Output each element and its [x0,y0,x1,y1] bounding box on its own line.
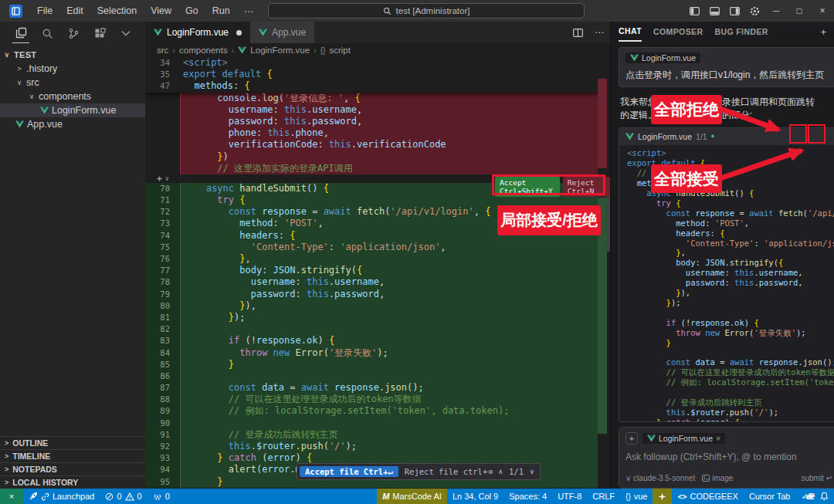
accept-file-button[interactable]: Accept file Ctrl+↵ [300,466,398,477]
new-chat-icon[interactable]: + [817,26,831,38]
language-mode-status[interactable]: {} vue [620,489,653,504]
codegeex-icon: <> [677,492,687,501]
ports-status-item[interactable]: 0 [147,489,175,504]
layout-panel-icon[interactable] [704,0,724,22]
layout-sidebar-left-icon[interactable] [684,0,704,22]
tree-item-loginform-vue[interactable]: LoginForm.vue [0,103,145,117]
tab-app-vue[interactable]: App.vue [250,22,315,43]
chat-code-line: method: 'POST', [627,218,834,228]
remove-chip-icon[interactable]: × [716,434,720,443]
breadcrumb-src[interactable]: src [157,46,168,55]
menu-view[interactable]: View [144,5,178,17]
braces-icon: {} [320,46,326,55]
added-code-line: 79 password: this.password, [145,289,610,300]
search-text: test [Administrator] [396,6,470,15]
accept-diff-button[interactable]: Accept Ctrl+Shift+Y [495,177,560,197]
tab-loginform-vue[interactable]: LoginForm.vue [145,22,250,43]
chat-code-line [627,387,834,397]
deleted-code-line: }) [145,151,610,163]
window-maximize-button[interactable]: □ [788,0,811,22]
window-close-button[interactable]: × [811,0,834,22]
menu-more[interactable]: ⋯ [237,5,261,17]
added-code-line: 82 [145,323,610,335]
reject-diff-button[interactable]: Reject Ctrl+N [563,177,610,197]
cursor-position-status[interactable]: Ln 34, Col 9 [447,489,503,504]
scrollbar-thumb[interactable] [607,196,610,252]
editor-more-actions-icon[interactable]: ⋯ [588,22,610,43]
extensions-icon[interactable] [91,23,108,43]
section-notepads[interactable]: >NOTEPADS [0,462,145,475]
breadcrumb-symbol[interactable]: script [329,46,350,55]
added-code-line: 84 throw new Error('登录失败'); [145,347,610,359]
breadcrumb-file[interactable]: LoginForm.vue [250,46,310,55]
section-timeline[interactable]: >TIMELINE [0,449,145,462]
code-editor[interactable]: 34<script>35export default {47 methods: … [145,57,610,489]
layout-sidebar-right-icon[interactable] [724,0,744,22]
search-sidebar-icon[interactable] [39,23,56,43]
added-code-line: 81 }); [145,312,610,323]
cursor-tab-status-item[interactable]: Cursor Tab [744,489,796,504]
indentation-status[interactable]: Spaces: 4 [503,489,552,504]
braces-icon: {} [626,492,631,501]
encoding-status[interactable]: UTF-8 [552,489,587,504]
prev-diff-icon[interactable]: ∧ [499,468,503,475]
vue-file-icon [626,133,634,140]
deleted-code-line: password: this.password, [145,116,610,127]
minimap[interactable] [598,57,610,489]
next-diff-icon[interactable]: ∨ [530,468,534,475]
chat-code-line: if (!response.ok) { [627,318,834,328]
marscode-ai-status-item[interactable]: M MarsCode AI [377,489,447,504]
menu-run[interactable]: Run [205,5,237,17]
problems-status-item[interactable]: 0 0 [100,489,147,504]
tab-chat[interactable]: CHAT [619,22,642,42]
reject-file-button[interactable]: Reject file ctrl+⌫ [405,467,493,476]
tree-item-test[interactable]: ∨TEST [0,48,145,62]
tree-item--history[interactable]: >.history [0,62,145,76]
explorer-icon[interactable] [12,23,29,43]
minimap-deleted-block [598,79,607,168]
more-views-chevron-icon[interactable] [117,23,134,43]
window-minimize-button[interactable]: ─ [764,0,788,22]
chat-input-placeholder: Ask followup (Ctrl+Shift+Y), @ to mentio… [626,452,834,462]
add-context-button[interactable]: + [626,432,638,445]
eol-status[interactable]: CRLF [587,489,620,504]
menu-file[interactable]: File [30,5,59,17]
launchpad-status-item[interactable]: Launchpad [23,489,100,504]
tab-bug-finder[interactable]: BUG FINDER [714,22,768,42]
chat-code-line: password: this.password, [627,278,834,288]
warnings-icon [125,492,134,501]
tree-item-app-vue[interactable]: App.vue [0,117,145,131]
chat-code-line: throw new Error('登录失败'); [627,328,834,338]
chat-code-line: this.$router.push('/'); [627,408,834,418]
section-local-history[interactable]: >LOCAL HISTORY [0,475,145,489]
chat-code-line: }), [627,288,834,298]
remote-indicator[interactable]: × [0,489,23,504]
tree-item-components[interactable]: ∨components [0,90,145,103]
layout-customize-gear-icon[interactable] [744,0,764,22]
added-code-line: 73 method: 'POST', [145,218,610,229]
sticky-line: 34<script> [145,57,610,69]
input-context-chip[interactable]: LoginForm.vue × [642,433,725,444]
tree-item-src[interactable]: ∨src [0,76,145,90]
command-search-box[interactable]: test [Administrator] [268,3,585,19]
menu-go[interactable]: Go [178,5,205,17]
menu-edit[interactable]: Edit [59,5,90,17]
split-editor-icon[interactable] [567,22,588,43]
menu-selection[interactable]: Selection [90,5,144,17]
chat-input-box[interactable]: + LoginForm.vue × Ask followup (Ctrl+Shi… [619,427,834,489]
breadcrumb-components[interactable]: components [179,46,228,55]
prettier-status-item[interactable]: ✓✓ Prettier [796,489,815,504]
ai-sparkle-status-item[interactable] [653,489,672,504]
source-control-icon[interactable] [65,23,82,43]
context-file-chip[interactable]: LoginForm.vue [626,52,700,63]
diff-file-action-bar: Accept file Ctrl+↵ Reject file ctrl+⌫ ∧ … [297,463,541,480]
attach-image-button[interactable]: image [702,474,733,482]
tab-composer[interactable]: COMPOSER [653,22,703,42]
section-outline[interactable]: >OUTLINE [0,436,145,449]
unsaved-dot-icon[interactable] [236,30,242,36]
codegeex-status-item[interactable]: <> CODEGEEX [672,489,743,504]
submit-button[interactable]: submit ↵ [801,474,832,482]
model-selector[interactable]: ∨ claude-3.5-sonnet [626,474,695,482]
errors-icon [105,492,114,501]
notifications-bell-icon[interactable] [815,489,834,504]
